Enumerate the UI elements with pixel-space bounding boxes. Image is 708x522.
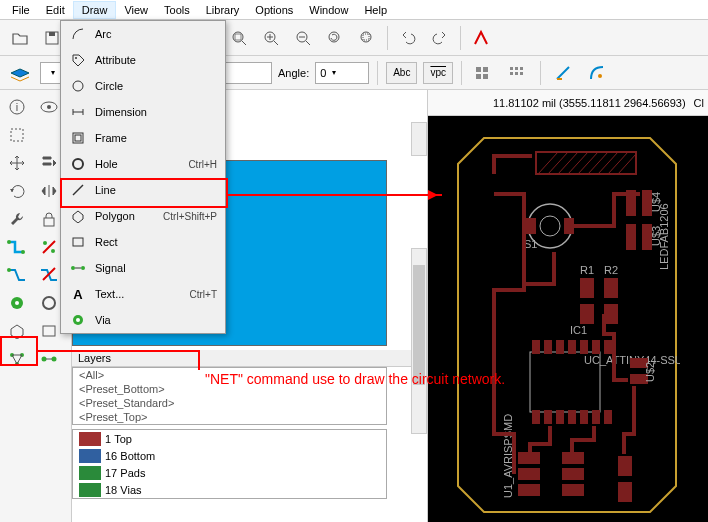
grid-large-button[interactable] (504, 59, 532, 87)
miter-round-button[interactable] (583, 59, 611, 87)
layer-color-list[interactable]: 1 Top 16 Bottom 17 Pads 18 Vias (72, 429, 387, 499)
angle-combo[interactable]: 0▾ (315, 62, 369, 84)
svg-rect-115 (75, 135, 81, 141)
grid-small-button[interactable] (470, 59, 498, 87)
polygon-icon (69, 209, 87, 223)
menu-help[interactable]: Help (356, 2, 395, 18)
undo-button[interactable] (394, 24, 422, 52)
svg-rect-93 (592, 410, 600, 424)
menu-file[interactable]: File (4, 2, 38, 18)
svg-line-59 (598, 152, 618, 174)
svg-rect-25 (510, 72, 513, 75)
draw-polygon[interactable]: PolygonCtrl+Shift+P (61, 203, 225, 229)
svg-point-119 (71, 266, 75, 270)
draw-frame[interactable]: Frame (61, 125, 225, 151)
svg-point-120 (81, 266, 85, 270)
draw-dimension[interactable]: Dimension (61, 99, 225, 125)
svg-rect-75 (580, 304, 594, 324)
cancel-button[interactable] (467, 24, 495, 52)
info-tool[interactable]: i (2, 94, 32, 120)
annotation-connector (38, 350, 198, 352)
svg-line-8 (274, 41, 278, 45)
draw-arc[interactable]: Arc (61, 21, 225, 47)
menu-options[interactable]: Options (247, 2, 301, 18)
circle-icon (69, 79, 87, 93)
svg-rect-20 (476, 74, 481, 79)
svg-rect-72 (564, 218, 574, 234)
miter-button[interactable] (549, 59, 577, 87)
svg-rect-1 (49, 32, 55, 36)
zoom-fit-button[interactable] (225, 24, 253, 52)
svg-line-57 (578, 152, 598, 174)
draw-hole[interactable]: HoleCtrl+H (61, 151, 225, 177)
svg-rect-87 (604, 340, 612, 354)
abc-button[interactable]: Abc (386, 62, 417, 84)
polygon-tool[interactable] (2, 318, 32, 344)
move-tool[interactable] (2, 150, 32, 176)
open-button[interactable] (6, 24, 34, 52)
rotate-tool[interactable] (2, 178, 32, 204)
select-tool[interactable] (2, 122, 32, 148)
svg-line-60 (608, 152, 628, 174)
via-tool[interactable] (2, 290, 32, 316)
layer-row: 17 Pads (73, 464, 386, 481)
draw-via[interactable]: Via (61, 307, 225, 333)
svg-point-40 (7, 268, 11, 272)
svg-text:R2: R2 (604, 264, 618, 276)
route-tool[interactable] (2, 262, 32, 288)
svg-rect-19 (483, 67, 488, 72)
menu-library[interactable]: Library (198, 2, 248, 18)
svg-rect-102 (518, 484, 540, 496)
draw-circle[interactable]: Circle (61, 73, 225, 99)
svg-point-36 (21, 250, 25, 254)
svg-line-58 (588, 152, 608, 174)
vpc-button[interactable]: vpc (423, 62, 453, 84)
svg-text:LEDFAB1206: LEDFAB1206 (658, 203, 670, 270)
svg-rect-107 (618, 456, 632, 476)
svg-line-5 (242, 41, 246, 45)
svg-line-56 (568, 152, 588, 174)
pcb-viewport[interactable]: U$3 U$4 LEDFAB1206 S1 R1 R2 IC1 UC_ATTIN… (428, 116, 708, 522)
net-tool[interactable] (2, 234, 32, 260)
zoom-in-button[interactable] (257, 24, 285, 52)
redo-button[interactable] (426, 24, 454, 52)
svg-rect-27 (520, 72, 523, 75)
svg-rect-88 (532, 410, 540, 424)
zoom-select-button[interactable] (353, 24, 381, 52)
svg-rect-33 (11, 129, 23, 141)
layer-display-button[interactable] (6, 59, 34, 87)
svg-line-53 (538, 152, 558, 174)
annotation-connector-v (198, 350, 200, 370)
svg-rect-84 (568, 340, 576, 354)
layer-row: 16 Bottom (73, 447, 386, 464)
arc-icon (69, 27, 87, 41)
svg-rect-22 (510, 67, 513, 70)
text-icon: A (69, 287, 87, 302)
svg-point-28 (598, 74, 602, 78)
svg-rect-18 (476, 67, 481, 72)
menu-view[interactable]: View (116, 2, 156, 18)
draw-rect[interactable]: Rect (61, 229, 225, 255)
svg-rect-26 (515, 72, 518, 75)
draw-line[interactable]: Line (61, 177, 225, 203)
svg-point-110 (73, 81, 83, 91)
draw-text[interactable]: AText...Ctrl+T (61, 281, 225, 307)
wrench-tool[interactable] (2, 206, 32, 232)
menu-edit[interactable]: Edit (38, 2, 73, 18)
svg-point-37 (43, 241, 47, 245)
scrollbar[interactable] (411, 248, 427, 434)
menu-draw[interactable]: Draw (73, 1, 117, 19)
menu-tools[interactable]: Tools (156, 2, 198, 18)
svg-rect-101 (518, 468, 540, 480)
menu-window[interactable]: Window (301, 2, 356, 18)
zoom-out-button[interactable] (289, 24, 317, 52)
draw-signal[interactable]: Signal (61, 255, 225, 281)
draw-attribute[interactable]: Attribute (61, 47, 225, 73)
line-icon (69, 183, 87, 197)
preset-standard: <Preset_Standard> (73, 396, 386, 410)
angle-label: Angle: (278, 67, 309, 79)
svg-rect-118 (73, 238, 83, 246)
zoom-redraw-button[interactable] (321, 24, 349, 52)
ratsnest-tool[interactable] (2, 346, 32, 372)
svg-rect-74 (580, 278, 594, 298)
